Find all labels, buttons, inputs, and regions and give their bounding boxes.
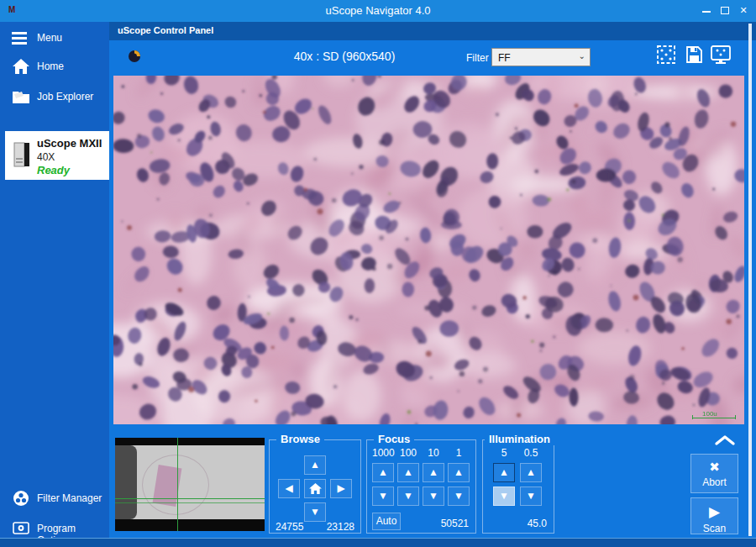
focus-1000-down-button[interactable]: ▼ [372, 487, 394, 506]
up-arrow-icon: ▲ [499, 466, 509, 478]
browse-y-value: 23128 [327, 521, 354, 533]
abort-x-icon: ✖ [691, 460, 738, 475]
illumination-group-title: Illumination [485, 433, 554, 445]
focus-group-title: Focus [374, 433, 414, 445]
focus-1000-up-button[interactable]: ▲ [372, 463, 394, 482]
stage-map-button[interactable] [655, 44, 680, 69]
down-arrow-icon: ▼ [378, 490, 388, 502]
browse-left-button[interactable]: ◀ [278, 479, 300, 498]
focus-group: Focus 1000 100 10 1 ▲ ▲ ▲ ▲ ▼ ▼ ▼ ▼ Auto… [366, 439, 476, 534]
sidebar-item-menu[interactable]: Menu [0, 27, 109, 49]
browse-group: Browse ▲ ◀ ▶ ▼ 24755 23128 [269, 439, 361, 534]
titlebar: M uScope Navigator 4.0 ✕ [0, 0, 756, 22]
sidebar-item-home[interactable]: Home [0, 55, 109, 77]
slide-thumbnail[interactable] [115, 438, 265, 531]
illumination-value: 45.0 [528, 518, 547, 529]
browse-x-value: 24755 [276, 521, 303, 533]
chevron-up-icon [714, 434, 736, 446]
up-arrow-icon: ▲ [454, 466, 464, 478]
browse-down-button[interactable]: ▼ [304, 502, 326, 522]
sidebar: Menu Home Job Explorer uScope MXII 40X R… [0, 22, 109, 538]
sidebar-item-filter-manager[interactable]: Filter Manager [0, 487, 109, 509]
folder-icon [12, 87, 30, 106]
auto-focus-button[interactable]: Auto [372, 513, 401, 530]
illumination-5-down-button[interactable]: ▼ [493, 487, 515, 506]
crosshair-horizontal-line-2 [115, 502, 265, 503]
tab-title: uScope Control Panel [118, 25, 213, 35]
control-panel-tab[interactable]: uScope Control Panel [109, 22, 756, 40]
crosshair-vertical-line [177, 438, 178, 531]
close-icon: ✕ [739, 5, 747, 16]
filter-wheel-icon [12, 489, 30, 508]
filter-select[interactable]: FF ⌄ [491, 48, 591, 66]
stage-map-icon [655, 44, 677, 66]
camera-icon [128, 49, 141, 67]
focus-1-up-button[interactable]: ▲ [448, 463, 470, 482]
save-button[interactable] [685, 44, 710, 69]
device-card[interactable]: uScope MXII 40X Ready [5, 131, 109, 180]
display-button[interactable] [709, 44, 734, 69]
focus-10-up-button[interactable]: ▲ [423, 463, 444, 482]
sidebar-item-program-options[interactable]: Program Options [0, 518, 109, 539]
close-button[interactable]: ✕ [734, 0, 753, 22]
sidebar-item-job-explorer[interactable]: Job Explorer [0, 86, 109, 108]
device-name: uScope MXII [37, 137, 102, 150]
abort-label: Abort [691, 476, 738, 488]
focus-100-up-button[interactable]: ▲ [397, 463, 419, 482]
illumination-step-label-5: 5 [493, 447, 515, 459]
specimen-viewport[interactable]: 100u [113, 76, 744, 424]
save-icon [685, 44, 703, 66]
scan-button[interactable]: ▶ Scan [690, 497, 738, 534]
chevron-down-icon: ⌄ [579, 51, 585, 60]
home-icon [12, 57, 30, 76]
scrollbar[interactable] [748, 24, 752, 536]
view-mode-label: 40x : SD (960x540) [210, 50, 479, 63]
scan-play-icon: ▶ [691, 503, 738, 521]
scale-bar: 100u [692, 409, 736, 419]
collapse-panel-button[interactable] [714, 434, 743, 451]
down-arrow-icon: ▼ [310, 506, 320, 518]
up-arrow-icon: ▲ [378, 466, 388, 478]
maximize-button[interactable] [716, 0, 734, 22]
home-icon [309, 483, 322, 495]
filter-selected-value: FF [498, 52, 511, 64]
down-arrow-icon: ▼ [526, 490, 536, 502]
focus-value: 50521 [441, 518, 469, 529]
scan-label: Scan [691, 523, 738, 534]
browse-home-button[interactable] [304, 479, 326, 498]
focus-10-down-button[interactable]: ▼ [423, 487, 444, 506]
down-arrow-icon: ▼ [403, 490, 413, 502]
browse-right-button[interactable]: ▶ [330, 479, 352, 498]
sidebar-item-label: Job Explorer [37, 91, 93, 103]
down-arrow-icon: ▼ [499, 490, 509, 502]
up-arrow-icon: ▲ [526, 466, 536, 478]
program-options-icon [12, 519, 30, 538]
up-arrow-icon: ▲ [310, 459, 320, 471]
filter-label: Filter [466, 52, 489, 64]
illumination-5-up-button[interactable]: ▲ [493, 463, 515, 482]
focus-1-down-button[interactable]: ▼ [448, 487, 470, 506]
minimize-icon [702, 11, 711, 13]
up-arrow-icon: ▲ [403, 466, 413, 478]
maximize-icon [721, 7, 729, 14]
focus-step-label-100: 100 [397, 447, 419, 459]
sidebar-item-label: Home [37, 60, 64, 72]
toolbar: 40x : SD (960x540) Filter FF ⌄ [109, 40, 756, 74]
microscope-device-icon [12, 141, 32, 170]
device-magnification: 40X [37, 151, 55, 163]
focus-100-down-button[interactable]: ▼ [397, 487, 419, 506]
browse-up-button[interactable]: ▲ [304, 455, 326, 475]
scale-bar-label: 100u [702, 410, 717, 418]
status-bar [0, 538, 756, 547]
illumination-05-up-button[interactable]: ▲ [520, 463, 542, 482]
illumination-step-label-05: 0.5 [520, 447, 542, 459]
abort-button[interactable]: ✖ Abort [690, 454, 738, 493]
illumination-05-down-button[interactable]: ▼ [520, 487, 542, 506]
device-status: Ready [37, 164, 70, 176]
down-arrow-icon: ▼ [454, 490, 464, 502]
specimen-image [113, 76, 744, 424]
focus-step-label-1: 1 [448, 447, 470, 459]
down-arrow-icon: ▼ [428, 490, 438, 502]
crosshair-horizontal-line [115, 498, 265, 499]
minimize-button[interactable] [697, 0, 716, 22]
